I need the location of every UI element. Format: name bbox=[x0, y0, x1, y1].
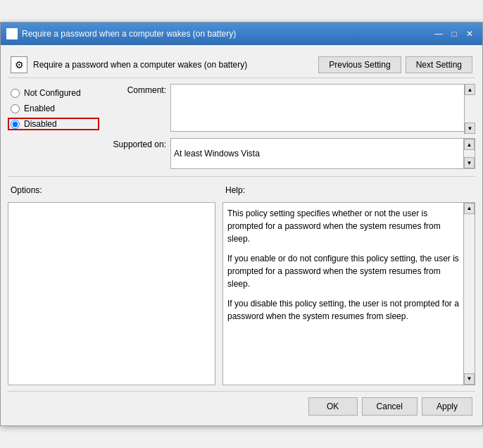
main-divider bbox=[8, 176, 475, 177]
disabled-radio[interactable] bbox=[11, 120, 20, 129]
supported-value: At least Windows Vista bbox=[174, 149, 462, 158]
help-text-2: If you enable or do not configure this p… bbox=[227, 252, 460, 290]
window-title: Require a password when a computer wakes… bbox=[22, 29, 236, 39]
supported-row: Supported on: At least Windows Vista ▲ ▼ bbox=[106, 138, 475, 169]
scroll-up-arrow[interactable]: ▲ bbox=[465, 84, 475, 95]
options-panel bbox=[8, 202, 215, 385]
close-button[interactable]: ✕ bbox=[463, 27, 477, 41]
cancel-button[interactable]: Cancel bbox=[362, 397, 418, 416]
bottom-panels: This policy setting specifies whether or… bbox=[8, 202, 475, 385]
help-scroll-down[interactable]: ▼ bbox=[464, 373, 475, 385]
enabled-label: Enabled bbox=[24, 104, 55, 113]
supported-scrollbar[interactable]: ▲ ▼ bbox=[463, 139, 475, 168]
bottom-labels: Options: Help: bbox=[8, 184, 475, 197]
next-setting-button[interactable]: Next Setting bbox=[406, 56, 472, 73]
apply-button[interactable]: Apply bbox=[422, 397, 472, 416]
supported-input-wrapper: At least Windows Vista ▲ ▼ bbox=[170, 138, 475, 169]
supported-box: At least Windows Vista ▲ ▼ bbox=[170, 138, 475, 169]
left-panel: Not Configured Enabled Disabled bbox=[8, 84, 99, 169]
previous-setting-button[interactable]: Previous Setting bbox=[318, 56, 401, 73]
header-title-text: Require a password when a computer wakes… bbox=[33, 60, 247, 70]
help-scrollbar[interactable]: ▲ ▼ bbox=[463, 203, 475, 385]
comment-scrollbar[interactable]: ▲ ▼ bbox=[464, 84, 475, 134]
header-row: ⚙ Require a password when a computer wak… bbox=[8, 52, 475, 78]
disabled-option[interactable]: Disabled bbox=[8, 118, 99, 130]
help-panel: This policy setting specifies whether or… bbox=[222, 202, 475, 385]
options-label: Options: bbox=[11, 185, 218, 195]
scroll-down-arrow[interactable]: ▼ bbox=[465, 123, 475, 134]
comment-textarea[interactable] bbox=[170, 84, 475, 132]
comment-input-wrapper: ▲ ▼ bbox=[170, 84, 475, 134]
policy-icon: ⚙ bbox=[11, 56, 27, 73]
enabled-radio[interactable] bbox=[11, 104, 20, 113]
comment-row: Comment: ▲ ▼ bbox=[106, 84, 475, 134]
comment-label: Comment: bbox=[106, 84, 166, 95]
header-title-area: ⚙ Require a password when a computer wak… bbox=[11, 56, 247, 73]
supported-scroll-up[interactable]: ▲ bbox=[464, 139, 475, 150]
help-label: Help: bbox=[225, 185, 472, 195]
footer: OK Cancel Apply bbox=[8, 391, 475, 418]
help-scroll-thumb bbox=[464, 214, 475, 373]
main-window: ⚙ Require a password when a computer wak… bbox=[0, 22, 483, 426]
window-content: ⚙ Require a password when a computer wak… bbox=[1, 45, 482, 425]
comment-textarea-wrapper: ▲ ▼ bbox=[170, 84, 475, 134]
enabled-option[interactable]: Enabled bbox=[8, 102, 99, 115]
maximize-button[interactable]: □ bbox=[447, 27, 461, 41]
right-panel: Comment: ▲ ▼ Support bbox=[106, 84, 475, 169]
disabled-label: Disabled bbox=[24, 119, 57, 129]
minimize-button[interactable]: — bbox=[432, 27, 446, 41]
not-configured-label: Not Configured bbox=[24, 88, 81, 98]
not-configured-option[interactable]: Not Configured bbox=[8, 87, 99, 99]
supported-scroll-down[interactable]: ▼ bbox=[464, 157, 475, 168]
main-body: Not Configured Enabled Disabled Comment: bbox=[8, 84, 475, 169]
help-text-3: If you disable this policy setting, the … bbox=[227, 297, 460, 323]
ok-button[interactable]: OK bbox=[308, 397, 358, 416]
header-buttons: Previous Setting Next Setting bbox=[318, 56, 472, 73]
title-bar: ⚙ Require a password when a computer wak… bbox=[1, 23, 482, 45]
supported-label: Supported on: bbox=[106, 138, 166, 149]
window-icon: ⚙ bbox=[6, 28, 18, 39]
not-configured-radio[interactable] bbox=[11, 89, 20, 98]
title-bar-left: ⚙ Require a password when a computer wak… bbox=[6, 28, 236, 39]
title-bar-controls: — □ ✕ bbox=[432, 27, 477, 41]
help-scroll-up[interactable]: ▲ bbox=[464, 203, 475, 214]
help-text-1: This policy setting specifies whether or… bbox=[227, 207, 460, 245]
